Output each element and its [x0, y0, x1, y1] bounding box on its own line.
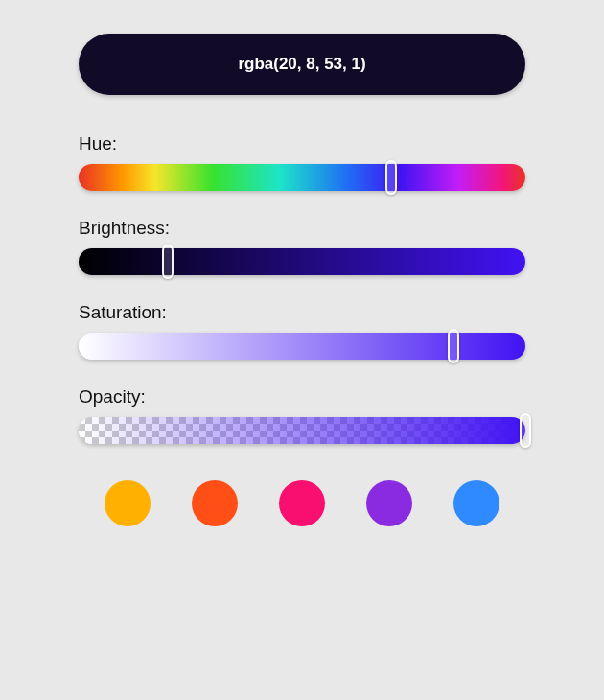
swatch-amber[interactable]	[105, 480, 151, 526]
opacity-track	[79, 417, 525, 444]
saturation-label: Saturation:	[79, 302, 525, 323]
hue-label: Hue:	[79, 133, 525, 154]
brightness-thumb[interactable]	[162, 245, 174, 279]
opacity-group: Opacity:	[79, 386, 525, 444]
saturation-group: Saturation:	[79, 302, 525, 360]
opacity-label: Opacity:	[79, 386, 525, 408]
swatch-purple[interactable]	[366, 480, 412, 526]
color-result-display: rgba(20, 8, 53, 1)	[79, 34, 525, 95]
swatch-orange[interactable]	[192, 480, 238, 526]
saturation-slider[interactable]	[79, 333, 525, 360]
hue-slider[interactable]	[79, 164, 525, 191]
opacity-slider[interactable]	[79, 417, 525, 444]
brightness-slider[interactable]	[79, 248, 525, 275]
brightness-label: Brightness:	[79, 218, 525, 239]
saturation-thumb[interactable]	[448, 329, 459, 363]
swatch-pink[interactable]	[279, 480, 325, 526]
hue-track	[79, 164, 525, 191]
swatch-row	[79, 480, 525, 526]
opacity-thumb[interactable]	[520, 413, 531, 448]
hue-thumb[interactable]	[385, 160, 397, 195]
brightness-group: Brightness:	[79, 218, 525, 275]
swatch-blue[interactable]	[453, 480, 499, 526]
hue-group: Hue:	[79, 133, 525, 191]
brightness-track	[79, 248, 525, 275]
